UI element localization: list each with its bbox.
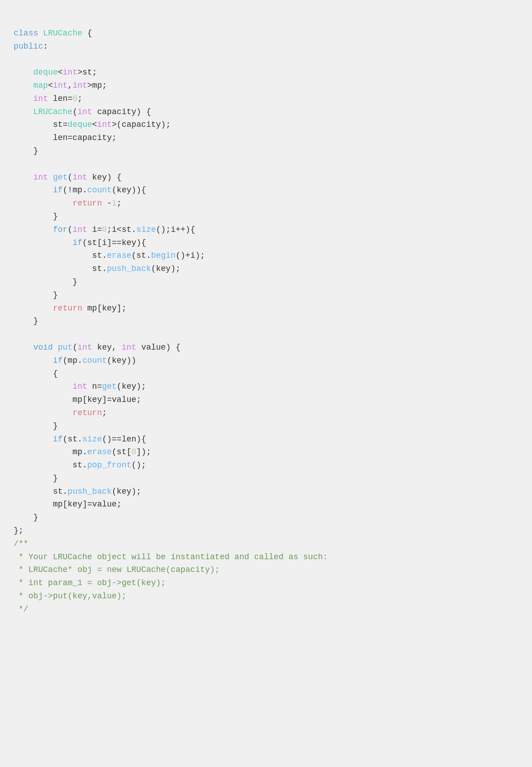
type-int-1: int — [63, 68, 77, 77]
fn-pop-front: pop_front — [87, 461, 131, 470]
kw-if-4: if — [53, 435, 63, 444]
fn-begin-1: begin — [151, 251, 175, 260]
kw-for-1: for — [53, 225, 67, 234]
kw-if-1: if — [53, 185, 63, 195]
fn-count-2: count — [82, 356, 107, 365]
type-int-6: int — [97, 120, 112, 129]
code-editor: class LRUCache { public: deque<int>st; m… — [14, 9, 518, 621]
fn-erase-1: erase — [107, 251, 131, 260]
class-name: LRUCache — [43, 29, 82, 38]
type-deque-2: deque — [68, 120, 92, 129]
keyword-class: class — [14, 29, 38, 38]
fn-size-1: size — [136, 225, 156, 234]
kw-return-1: return — [73, 199, 102, 208]
fn-push-back-2: push_back — [68, 487, 112, 496]
type-int-4: int — [33, 94, 48, 103]
kw-if-2: if — [73, 238, 83, 247]
type-int-5: int — [77, 107, 92, 116]
num-1-1: 1 — [112, 199, 117, 208]
num-0-3: 0 — [131, 447, 136, 456]
num-0-1: 0 — [73, 94, 78, 103]
param-int-1: int — [73, 173, 87, 182]
kw-return-3: return — [73, 408, 102, 417]
fn-erase-2: erase — [87, 447, 112, 456]
keyword-public: public — [14, 42, 43, 51]
fn-get: get — [53, 173, 67, 182]
type-map: map — [33, 81, 48, 90]
fn-put: put — [58, 343, 72, 352]
kw-if-3: if — [53, 356, 63, 365]
fn-size-2: size — [82, 435, 102, 444]
return-type-put: void — [33, 343, 53, 352]
return-type-get: int — [33, 173, 48, 182]
param-int-3: int — [122, 343, 136, 352]
comment-block: /** * Your LRUCache object will be insta… — [14, 539, 328, 614]
constructor-name: LRUCache — [33, 107, 72, 116]
type-int-7: int — [73, 225, 87, 234]
type-int-3: int — [73, 81, 87, 90]
type-deque: deque — [33, 68, 58, 77]
kw-return-2: return — [53, 304, 82, 313]
param-int-2: int — [77, 343, 92, 352]
fn-push-back-1: push_back — [107, 264, 151, 273]
type-int-2: int — [53, 81, 67, 90]
num-0-2: 0 — [102, 225, 107, 234]
fn-count-1: count — [87, 185, 112, 195]
type-int-8: int — [73, 382, 87, 391]
fn-get-2: get — [102, 382, 116, 391]
